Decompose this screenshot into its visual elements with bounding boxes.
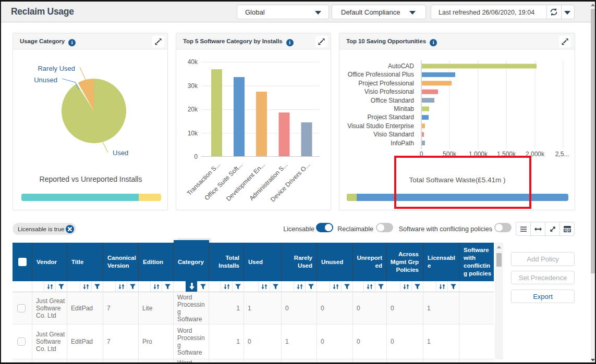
svg-text:Project Standard: Project Standard: [368, 114, 414, 121]
svg-text:Project Professional: Project Professional: [358, 80, 414, 87]
svg-text:Development En...: Development En...: [225, 161, 266, 203]
svg-text:Office Professional Plus: Office Professional Plus: [348, 71, 414, 78]
svg-text:Used: Used: [113, 149, 128, 157]
svg-text:Administration S...: Administration S...: [248, 161, 289, 202]
svg-text:0: 0: [194, 153, 198, 160]
svg-text:Office Standard: Office Standard: [371, 97, 414, 104]
svg-text:Unused: Unused: [34, 76, 57, 84]
svg-text:Visio Professional: Visio Professional: [364, 88, 414, 95]
svg-text:InfoPath: InfoPath: [391, 140, 414, 147]
svg-text:30k: 30k: [188, 82, 198, 90]
svg-text:Device Drivers O...: Device Drivers O...: [269, 161, 311, 203]
svg-text:Minitab: Minitab: [394, 105, 414, 112]
svg-text:10k: 10k: [188, 130, 198, 137]
svg-text:40k: 40k: [188, 58, 198, 66]
svg-text:Visual Studio Enterprise: Visual Studio Enterprise: [347, 122, 414, 130]
svg-text:Reported vs Unreported Install: Reported vs Unreported Installs: [40, 175, 142, 183]
svg-text:Rarely Used: Rarely Used: [38, 65, 75, 72]
svg-text:Office Suite Soft...: Office Suite Soft...: [203, 161, 244, 202]
svg-text:2,5...: 2,5...: [555, 150, 569, 158]
svg-text:AutoCAD: AutoCAD: [388, 62, 414, 70]
svg-text:20k: 20k: [188, 106, 198, 113]
svg-text:Visio Standard: Visio Standard: [373, 131, 414, 138]
